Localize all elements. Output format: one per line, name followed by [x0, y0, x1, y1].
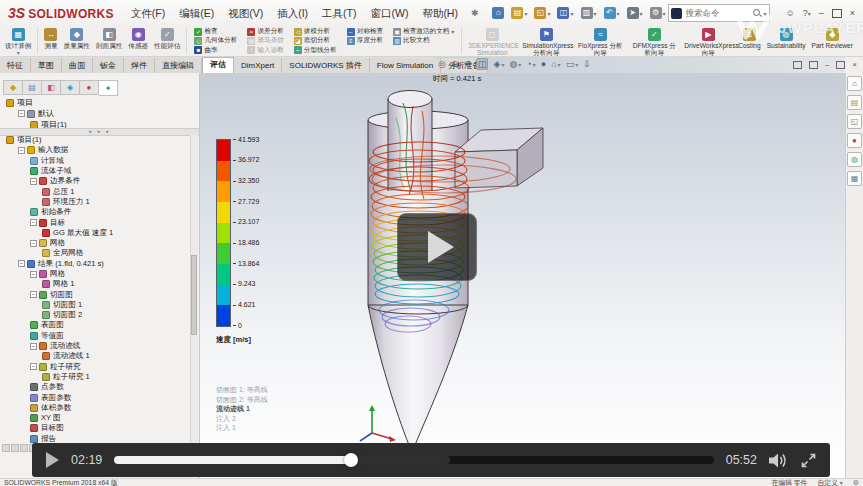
property-manager-tab[interactable]: ▤	[23, 80, 42, 95]
ribbon-button[interactable]: ◆质量属性	[61, 26, 93, 56]
ribbon-button[interactable]: ⚑SimulationXpress 分析向导	[519, 26, 573, 56]
command-tab-SOLIDWORKS 插件[interactable]: SOLIDWORKS 插件	[282, 58, 369, 73]
tree-item[interactable]: 流体子域	[2, 166, 190, 176]
fullscreen-icon[interactable]	[801, 453, 816, 468]
view-settings-icon[interactable]: ▭▾	[566, 59, 579, 69]
zoom-area-icon[interactable]: ⊕	[451, 59, 459, 69]
tree-expander-icon[interactable]: −	[18, 147, 25, 154]
tree-item[interactable]: 目标图	[2, 423, 190, 433]
design-library-icon[interactable]: ▤	[847, 95, 862, 110]
tree-item[interactable]: 计算域	[2, 156, 190, 166]
doc-minimize-button[interactable]: –	[825, 59, 829, 71]
quick-access-button[interactable]: ↶▾	[602, 6, 622, 20]
quick-access-button[interactable]: ⚙▾	[648, 6, 668, 20]
tree-item[interactable]: 表面图	[2, 320, 190, 330]
apply-scene-icon[interactable]: ⌂▾	[551, 59, 560, 69]
video-progress-bar[interactable]	[114, 456, 713, 464]
tree-item[interactable]: 流动迹线 1	[2, 351, 190, 361]
tree-expander-icon[interactable]: −	[30, 271, 37, 278]
tree-item[interactable]: −切面图	[2, 289, 190, 299]
video-scrubber-knob[interactable]	[344, 453, 358, 467]
tree-scrollbar-thumb[interactable]	[191, 255, 197, 335]
tree-item[interactable]: 表面参数	[2, 392, 190, 402]
configuration-manager-tab[interactable]: ◧	[42, 80, 61, 95]
ribbon-button[interactable]: ≡厚度分析	[345, 36, 385, 45]
video-play-overlay-button[interactable]	[397, 213, 477, 281]
ribbon-button[interactable]: ◍Sustainability	[764, 26, 809, 56]
edit-appearance-icon[interactable]: ●	[541, 59, 546, 69]
doc-close-button[interactable]: ×	[852, 59, 857, 71]
quick-access-button[interactable]: ⌂	[490, 6, 506, 20]
command-tab-钣金[interactable]: 钣金	[93, 58, 124, 73]
tree-item[interactable]: 总压 1	[2, 186, 190, 196]
tree-filter-button[interactable]	[11, 444, 19, 452]
menu-item[interactable]: 文件(F)	[124, 0, 172, 26]
menu-item[interactable]: 工具(T)	[315, 0, 363, 26]
tree-expander-icon[interactable]: −	[30, 178, 37, 185]
command-tab-草图[interactable]: 草图	[31, 58, 62, 73]
tree-item[interactable]: 体积参数	[2, 403, 190, 413]
ribbon-button[interactable]: ■曲率	[192, 46, 239, 55]
minimize-button[interactable]: –	[819, 7, 824, 19]
tree-expander-icon[interactable]: −	[18, 260, 25, 267]
tree-item[interactable]: 切面图 2	[2, 310, 190, 320]
tree-item[interactable]: −网格	[2, 238, 190, 248]
zoom-fit-icon[interactable]: ◎	[438, 59, 446, 69]
volume-icon[interactable]	[769, 453, 789, 468]
tree-item[interactable]: GG 最大值 速度 1	[2, 228, 190, 238]
tree-item[interactable]: −默认	[2, 108, 192, 119]
ribbon-button[interactable]: ▦设计算例▾	[2, 26, 34, 56]
status-options-icon[interactable]: ⚙	[853, 479, 859, 486]
ribbon-button[interactable]: ≈FloXpress 分析向导	[573, 26, 627, 56]
tree-item[interactable]: −边界条件	[2, 176, 190, 186]
tree-item[interactable]: 网格 1	[2, 279, 190, 289]
login-icon[interactable]: ☺	[786, 7, 795, 19]
menu-item[interactable]: 帮助(H)	[415, 0, 465, 26]
doc-restore-button[interactable]	[836, 61, 845, 69]
restore-button[interactable]	[832, 9, 842, 18]
camera-icon[interactable]: ⇩	[583, 59, 591, 69]
quick-access-button[interactable]: ➤▾	[625, 6, 645, 20]
ribbon-button[interactable]: ◁拔模分析	[292, 27, 339, 36]
tree-item[interactable]: XY 图	[2, 413, 190, 423]
tree-item[interactable]: 环境压力 1	[2, 197, 190, 207]
tree-scrollbar[interactable]	[190, 135, 198, 475]
scene-icon[interactable]: ◍	[847, 152, 862, 167]
ribbon-button[interactable]: ◇几何体分析	[192, 36, 239, 45]
ribbon-button[interactable]: ◧剖面属性	[93, 26, 125, 56]
tree-item[interactable]: 初始条件	[2, 207, 190, 217]
flow-simulation-tab[interactable]: ✦	[99, 80, 118, 96]
close-button[interactable]: ×	[850, 7, 855, 19]
tree-expander-icon[interactable]: −	[30, 363, 37, 370]
tree-item[interactable]: 项目	[2, 97, 192, 108]
command-tab-评估[interactable]: 评估	[202, 57, 234, 73]
ribbon-button[interactable]: ✓性能评估	[151, 26, 183, 56]
tree-item[interactable]: −流动迹线	[2, 341, 190, 351]
dimxpert-manager-tab[interactable]: ◈	[61, 80, 80, 95]
tree-expander-icon[interactable]: −	[18, 110, 25, 117]
tree-item[interactable]: 项目(1)	[2, 135, 190, 145]
ribbon-button[interactable]: ◉传感器	[125, 26, 151, 56]
search-icon[interactable]	[752, 8, 762, 18]
ribbon-button[interactable]: ⇔对称检查	[345, 27, 385, 36]
tree-expander-icon[interactable]: −	[30, 343, 37, 350]
command-tab-特征[interactable]: 特征	[0, 58, 31, 73]
menu-item[interactable]: 编辑(E)	[172, 0, 221, 26]
ribbon-button[interactable]: $Costing	[735, 26, 763, 56]
search-input[interactable]	[684, 7, 750, 19]
ribbon-button[interactable]: ✓检查	[192, 27, 239, 36]
ribbon-button[interactable]: ≈误差分析	[245, 27, 285, 36]
tree-item[interactable]: 等值面	[2, 331, 190, 341]
ribbon-button[interactable]: ↔测量	[41, 26, 60, 56]
quick-access-button[interactable]: ◫▾	[555, 6, 575, 20]
tree-item[interactable]: −粒子研究	[2, 362, 190, 372]
ribbon-button[interactable]: ▣检查激活的文档▾	[391, 27, 456, 36]
file-explorer-icon[interactable]: ◱	[847, 114, 862, 129]
tree-expander-icon[interactable]: −	[30, 291, 37, 298]
tree-item[interactable]: 点参数	[2, 382, 190, 392]
ribbon-button[interactable]: ▶DriveWorksXpress 向导	[681, 26, 735, 56]
section-view-icon[interactable]: ◫	[476, 58, 489, 70]
view-orientation-icon[interactable]: ◈▾	[493, 59, 504, 69]
custom-properties-icon[interactable]: ▦	[847, 171, 862, 186]
ribbon-button[interactable]: ▥比较文档	[391, 36, 456, 45]
